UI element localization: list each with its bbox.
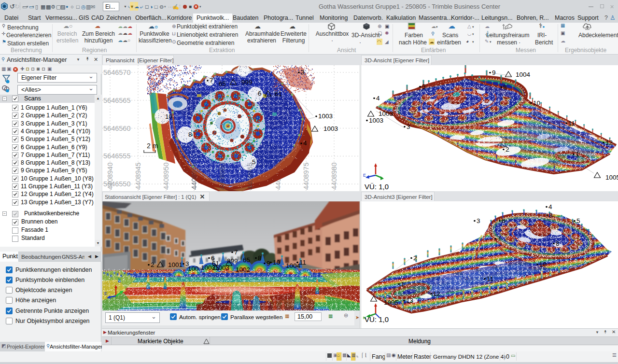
- svg-text:10: 10: [165, 113, 172, 120]
- svg-text:4: 4: [376, 95, 380, 102]
- svg-text:5646565: 5646565: [103, 97, 130, 104]
- svg-text:11: 11: [568, 120, 575, 127]
- svg-text:5: 5: [252, 158, 256, 166]
- svg-text:3: 3: [301, 69, 305, 76]
- svg-text:1003: 1003: [318, 112, 333, 120]
- svg-text:11: 11: [299, 259, 306, 266]
- svg-text:10: 10: [533, 99, 540, 107]
- svg-text:6: 6: [258, 90, 262, 97]
- svg-text:4408950: 4408950: [162, 163, 170, 190]
- svg-text:6: 6: [502, 217, 506, 224]
- svg-text:5646555: 5646555: [103, 152, 130, 160]
- svg-text:13: 13: [406, 297, 413, 304]
- svg-text:3: 3: [477, 217, 480, 224]
- svg-text:1003: 1003: [379, 110, 393, 117]
- svg-text:8: 8: [188, 131, 192, 138]
- svg-text:1005: 1005: [384, 299, 398, 306]
- svg-text:10: 10: [539, 261, 547, 268]
- svg-text:61: 61: [212, 260, 219, 267]
- svg-text:2: 2: [151, 261, 154, 268]
- svg-text:7: 7: [497, 235, 501, 242]
- svg-text:1005: 1005: [605, 174, 618, 181]
- svg-text:2 m: 2 m: [147, 142, 158, 150]
- svg-text:1004: 1004: [286, 262, 301, 269]
- svg-text:10: 10: [273, 259, 280, 266]
- svg-text:3: 3: [549, 211, 553, 219]
- svg-text:65: 65: [219, 80, 226, 87]
- svg-text:E: E: [363, 173, 366, 178]
- svg-text:8: 8: [258, 254, 262, 262]
- svg-text:4408940: 4408940: [106, 163, 114, 190]
- svg-text:2: 2: [413, 254, 417, 262]
- svg-text:12: 12: [433, 290, 440, 297]
- svg-text:1: 1: [401, 280, 405, 288]
- svg-text:VÜ: 1,0: VÜ: 1,0: [365, 315, 389, 323]
- svg-text:7: 7: [210, 77, 213, 84]
- svg-text:1001: 1001: [168, 261, 183, 268]
- svg-text:8: 8: [556, 240, 560, 247]
- svg-text:4408945: 4408945: [134, 163, 142, 190]
- svg-text:1: 1: [576, 151, 579, 158]
- svg-text:100: 100: [188, 265, 199, 272]
- svg-text:3: 3: [407, 123, 410, 130]
- svg-text:5646560: 5646560: [103, 125, 130, 132]
- svg-text:9: 9: [492, 69, 496, 76]
- svg-text:E: E: [104, 291, 107, 296]
- svg-text:4: 4: [548, 203, 552, 210]
- svg-text:65: 65: [243, 256, 250, 264]
- svg-text:11: 11: [487, 275, 493, 282]
- svg-text:1003: 1003: [369, 117, 383, 124]
- svg-text:1004: 1004: [516, 71, 531, 78]
- svg-text:9: 9: [267, 260, 270, 267]
- svg-text:1002: 1002: [236, 266, 250, 273]
- svg-text:5646570: 5646570: [103, 69, 130, 76]
- svg-text:4: 4: [303, 140, 307, 147]
- svg-text:5: 5: [422, 83, 426, 90]
- svg-text:4408980: 4408980: [330, 163, 338, 190]
- svg-text:4408965: 4408965: [246, 163, 254, 190]
- svg-text:1003: 1003: [323, 125, 338, 132]
- svg-text:999: 999: [241, 79, 253, 86]
- svg-text:61: 61: [275, 90, 282, 98]
- svg-text:VÜ: 1,0: VÜ: 1,0: [365, 182, 389, 191]
- svg-text:4408955: 4408955: [190, 163, 198, 190]
- svg-text:12: 12: [605, 139, 613, 146]
- svg-text:7: 7: [234, 249, 238, 256]
- svg-text:8: 8: [503, 84, 507, 91]
- svg-text:4408960: 4408960: [218, 163, 226, 190]
- svg-text:4408975: 4408975: [302, 163, 310, 190]
- svg-text:2: 2: [506, 146, 509, 153]
- svg-text:5: 5: [576, 217, 580, 224]
